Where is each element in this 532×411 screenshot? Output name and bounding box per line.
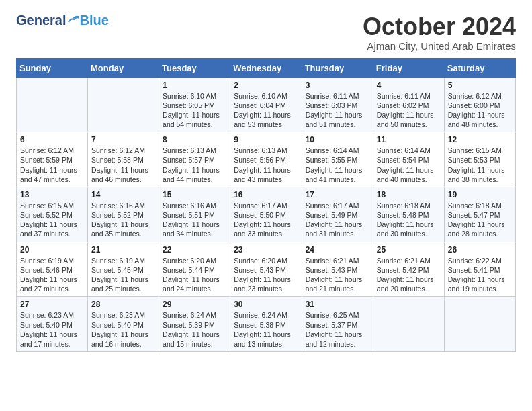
location-subtitle: Ajman City, United Arab Emirates [363, 40, 516, 52]
day-info: Sunrise: 6:11 AMSunset: 6:03 PMDaylight:… [306, 91, 369, 130]
day-number: 3 [306, 81, 369, 90]
calendar-cell: 26Sunrise: 6:22 AMSunset: 5:41 PMDayligh… [444, 242, 515, 297]
calendar-body: 1Sunrise: 6:10 AMSunset: 6:05 PMDaylight… [17, 77, 516, 351]
day-number: 19 [448, 190, 512, 199]
logo: General Blue [16, 13, 109, 27]
day-number: 2 [234, 81, 298, 90]
day-number: 15 [163, 190, 226, 199]
day-info: Sunrise: 6:23 AMSunset: 5:40 PMDaylight:… [91, 310, 155, 349]
day-info: Sunrise: 6:12 AMSunset: 5:58 PMDaylight:… [91, 146, 155, 184]
logo-bird-icon [67, 15, 79, 25]
day-number: 8 [163, 135, 226, 144]
day-info: Sunrise: 6:15 AMSunset: 5:53 PMDaylight:… [448, 146, 512, 184]
day-number: 12 [448, 135, 512, 144]
day-number: 11 [377, 135, 441, 144]
calendar-cell: 15Sunrise: 6:16 AMSunset: 5:51 PMDayligh… [159, 187, 230, 242]
calendar-cell: 6Sunrise: 6:12 AMSunset: 5:59 PMDaylight… [17, 132, 88, 187]
calendar-cell: 23Sunrise: 6:20 AMSunset: 5:43 PMDayligh… [230, 242, 302, 297]
weekday-wednesday: Wednesday [230, 58, 302, 77]
logo-general: General [16, 13, 66, 27]
day-info: Sunrise: 6:15 AMSunset: 5:52 PMDaylight:… [20, 201, 84, 239]
weekday-tuesday: Tuesday [159, 58, 230, 77]
page-header: General Blue October 2024 Ajman City, Un… [16, 13, 516, 52]
day-info: Sunrise: 6:19 AMSunset: 5:45 PMDaylight:… [91, 256, 155, 294]
calendar-cell: 16Sunrise: 6:17 AMSunset: 5:50 PMDayligh… [230, 187, 302, 242]
calendar-cell [444, 297, 515, 352]
day-info: Sunrise: 6:17 AMSunset: 5:49 PMDaylight:… [306, 201, 369, 239]
calendar-cell: 4Sunrise: 6:11 AMSunset: 6:02 PMDaylight… [373, 77, 444, 132]
week-row-4: 20Sunrise: 6:19 AMSunset: 5:46 PMDayligh… [17, 242, 516, 297]
day-number: 14 [91, 190, 155, 199]
calendar-cell: 13Sunrise: 6:15 AMSunset: 5:52 PMDayligh… [17, 187, 88, 242]
day-info: Sunrise: 6:13 AMSunset: 5:57 PMDaylight:… [163, 146, 226, 184]
day-info: Sunrise: 6:17 AMSunset: 5:50 PMDaylight:… [234, 201, 298, 239]
calendar-cell: 7Sunrise: 6:12 AMSunset: 5:58 PMDaylight… [88, 132, 159, 187]
calendar-cell [88, 77, 159, 132]
weekday-header-row: SundayMondayTuesdayWednesdayThursdayFrid… [17, 58, 516, 77]
calendar-cell: 30Sunrise: 6:24 AMSunset: 5:38 PMDayligh… [230, 297, 302, 352]
calendar-cell: 5Sunrise: 6:12 AMSunset: 6:00 PMDaylight… [444, 77, 515, 132]
day-info: Sunrise: 6:18 AMSunset: 5:48 PMDaylight:… [377, 201, 441, 239]
calendar-cell: 1Sunrise: 6:10 AMSunset: 6:05 PMDaylight… [159, 77, 230, 132]
calendar-cell: 22Sunrise: 6:20 AMSunset: 5:44 PMDayligh… [159, 242, 230, 297]
day-info: Sunrise: 6:12 AMSunset: 6:00 PMDaylight:… [448, 91, 512, 130]
calendar-cell: 25Sunrise: 6:21 AMSunset: 5:42 PMDayligh… [373, 242, 444, 297]
weekday-sunday: Sunday [17, 58, 88, 77]
calendar-cell: 29Sunrise: 6:24 AMSunset: 5:39 PMDayligh… [159, 297, 230, 352]
day-info: Sunrise: 6:11 AMSunset: 6:02 PMDaylight:… [377, 91, 441, 130]
day-info: Sunrise: 6:16 AMSunset: 5:51 PMDaylight:… [163, 201, 226, 239]
day-number: 27 [20, 300, 84, 309]
weekday-friday: Friday [373, 58, 444, 77]
day-info: Sunrise: 6:14 AMSunset: 5:55 PMDaylight:… [306, 146, 369, 184]
day-number: 31 [306, 300, 369, 309]
day-number: 23 [234, 245, 298, 255]
day-info: Sunrise: 6:20 AMSunset: 5:44 PMDaylight:… [163, 256, 226, 294]
calendar-table: SundayMondayTuesdayWednesdayThursdayFrid… [16, 58, 516, 352]
calendar-cell: 10Sunrise: 6:14 AMSunset: 5:55 PMDayligh… [302, 132, 373, 187]
day-info: Sunrise: 6:10 AMSunset: 6:04 PMDaylight:… [234, 91, 298, 130]
weekday-saturday: Saturday [444, 58, 515, 77]
calendar-cell: 17Sunrise: 6:17 AMSunset: 5:49 PMDayligh… [302, 187, 373, 242]
day-number: 30 [234, 300, 298, 309]
week-row-1: 1Sunrise: 6:10 AMSunset: 6:05 PMDaylight… [17, 77, 516, 132]
calendar-cell: 3Sunrise: 6:11 AMSunset: 6:03 PMDaylight… [302, 77, 373, 132]
calendar-cell: 12Sunrise: 6:15 AMSunset: 5:53 PMDayligh… [444, 132, 515, 187]
day-info: Sunrise: 6:21 AMSunset: 5:42 PMDaylight:… [377, 256, 441, 294]
day-number: 21 [91, 245, 155, 255]
day-info: Sunrise: 6:18 AMSunset: 5:47 PMDaylight:… [448, 201, 512, 239]
day-number: 4 [377, 81, 441, 90]
day-info: Sunrise: 6:21 AMSunset: 5:43 PMDaylight:… [306, 256, 369, 294]
day-info: Sunrise: 6:14 AMSunset: 5:54 PMDaylight:… [377, 146, 441, 184]
calendar-cell [17, 77, 88, 132]
calendar-cell: 31Sunrise: 6:25 AMSunset: 5:37 PMDayligh… [302, 297, 373, 352]
day-info: Sunrise: 6:20 AMSunset: 5:43 PMDaylight:… [234, 256, 298, 294]
day-number: 29 [163, 300, 226, 309]
day-number: 22 [163, 245, 226, 255]
calendar-cell: 24Sunrise: 6:21 AMSunset: 5:43 PMDayligh… [302, 242, 373, 297]
day-number: 18 [377, 190, 441, 199]
day-number: 20 [20, 245, 84, 255]
month-title: October 2024 [363, 13, 516, 40]
day-number: 7 [91, 135, 155, 144]
week-row-3: 13Sunrise: 6:15 AMSunset: 5:52 PMDayligh… [17, 187, 516, 242]
day-number: 10 [306, 135, 369, 144]
logo-text: General Blue [16, 13, 109, 27]
week-row-5: 27Sunrise: 6:23 AMSunset: 5:40 PMDayligh… [17, 297, 516, 352]
day-number: 24 [306, 245, 369, 255]
day-number: 9 [234, 135, 298, 144]
day-info: Sunrise: 6:12 AMSunset: 5:59 PMDaylight:… [20, 146, 84, 184]
calendar-cell: 28Sunrise: 6:23 AMSunset: 5:40 PMDayligh… [88, 297, 159, 352]
day-number: 6 [20, 135, 84, 144]
day-number: 17 [306, 190, 369, 199]
day-info: Sunrise: 6:24 AMSunset: 5:38 PMDaylight:… [234, 310, 298, 349]
day-info: Sunrise: 6:16 AMSunset: 5:52 PMDaylight:… [91, 201, 155, 239]
calendar-cell: 18Sunrise: 6:18 AMSunset: 5:48 PMDayligh… [373, 187, 444, 242]
calendar-cell: 2Sunrise: 6:10 AMSunset: 6:04 PMDaylight… [230, 77, 302, 132]
day-number: 25 [377, 245, 441, 255]
calendar-cell: 27Sunrise: 6:23 AMSunset: 5:40 PMDayligh… [17, 297, 88, 352]
calendar-cell: 19Sunrise: 6:18 AMSunset: 5:47 PMDayligh… [444, 187, 515, 242]
day-info: Sunrise: 6:19 AMSunset: 5:46 PMDaylight:… [20, 256, 84, 294]
title-block: October 2024 Ajman City, United Arab Emi… [363, 13, 516, 52]
week-row-2: 6Sunrise: 6:12 AMSunset: 5:59 PMDaylight… [17, 132, 516, 187]
calendar-cell: 11Sunrise: 6:14 AMSunset: 5:54 PMDayligh… [373, 132, 444, 187]
